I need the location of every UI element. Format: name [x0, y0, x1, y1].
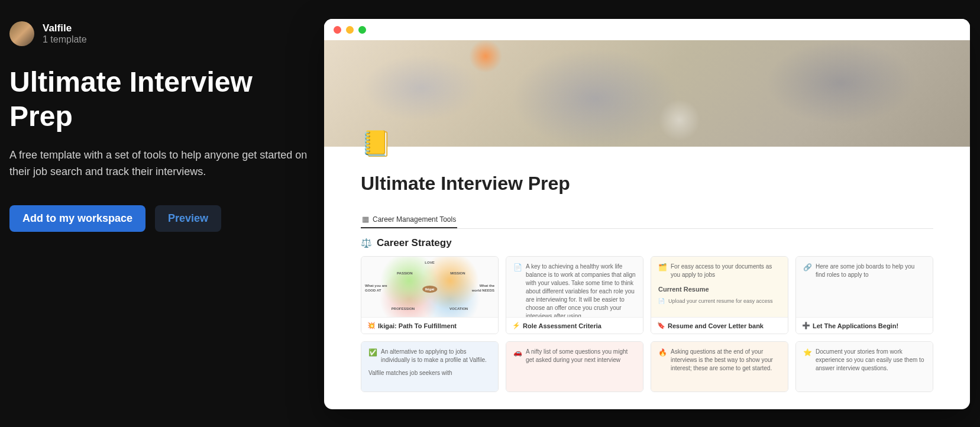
card-body-text: Here are some job boards to help you fin…: [816, 263, 926, 311]
ikigai-mission: MISSION: [450, 271, 465, 276]
window-close-icon[interactable]: [334, 26, 341, 34]
card-body-text: Asking questions at the end of your inte…: [671, 348, 781, 386]
upload-text: Upload your current resume for easy acce…: [668, 297, 773, 305]
card-ikigai[interactable]: LOVE PASSION MISSION What you are GOOD A…: [361, 256, 499, 334]
card-title: Let The Applications Begin!: [813, 322, 898, 329]
preview-window: 📒 Ultimate Interview Prep ▦ Career Manag…: [324, 19, 970, 409]
page-icon[interactable]: 📒: [361, 131, 392, 162]
ikigai-love: LOVE: [425, 260, 434, 265]
upload-icon: 📄: [658, 297, 665, 305]
card-body-text-2: Valfile matches job seekers with: [368, 369, 491, 377]
scale-icon: ⚖️: [361, 238, 372, 248]
bookmark-icon: 🔖: [657, 322, 665, 329]
author-subtitle: 1 template: [43, 34, 87, 45]
gallery-icon: ▦: [362, 215, 369, 224]
ikigai-passion: PASSION: [397, 271, 413, 276]
card-body-text: For easy access to your documents as you…: [671, 263, 781, 279]
doc-title: Ultimate Interview Prep: [361, 173, 933, 195]
check-icon: ✅: [368, 348, 377, 364]
author-name: Valfile: [43, 22, 87, 34]
collision-icon: 💥: [367, 322, 376, 329]
add-workspace-button[interactable]: Add to my workspace: [9, 205, 145, 232]
car-icon: 🚗: [513, 348, 522, 386]
ikigai-vocation: VOCATION: [449, 306, 468, 311]
fire-icon: 🔥: [658, 348, 667, 386]
ikigai-diagram: LOVE PASSION MISSION What you are GOOD A…: [361, 257, 498, 317]
card-stories[interactable]: ⭐ Document your stories from work experi…: [795, 341, 933, 392]
link-icon: 🔗: [803, 263, 812, 311]
section-title: Career Strategy: [377, 237, 452, 249]
card-resume-bank[interactable]: 🗂️ For easy access to your documents as …: [651, 256, 788, 334]
card-title: Role Assessment Criteria: [523, 322, 601, 329]
card-valfile-profile[interactable]: ✅ An alternative to applying to jobs ind…: [361, 341, 499, 392]
sub-section-label: Current Resume: [658, 285, 781, 294]
card-body-text: A nifty list of some questions you might…: [526, 348, 636, 386]
ikigai-profession: PROFESSION: [392, 306, 415, 311]
plus-icon: ➕: [802, 322, 810, 329]
card-applications[interactable]: 🔗 Here are some job boards to help you f…: [795, 256, 933, 334]
window-titlebar: [324, 19, 970, 40]
page-icon: 📄: [513, 263, 522, 311]
avatar[interactable]: [9, 21, 34, 46]
tab-career-tools[interactable]: ▦ Career Management Tools: [361, 211, 457, 228]
ikigai-center: Ikigai: [422, 286, 437, 293]
card-body-text: A key to achieving a healthy work life b…: [526, 263, 636, 311]
ikigai-goodat: What you are GOOD AT: [365, 283, 389, 293]
card-body-text: An alternative to applying to jobs indiv…: [381, 348, 491, 364]
star-icon: ⭐: [803, 348, 812, 386]
card-questions-asked[interactable]: 🚗 A nifty list of some questions you mig…: [506, 341, 643, 392]
lightning-icon: ⚡: [512, 322, 520, 329]
author-block[interactable]: Valfile 1 template: [9, 21, 315, 46]
card-title: Ikigai: Path To Fulfillment: [378, 322, 457, 329]
cover-image: [324, 40, 970, 147]
card-body-text: Document your stories from work experien…: [816, 348, 926, 386]
card-role-assessment[interactable]: 📄 A key to achieving a healthy work life…: [506, 256, 643, 334]
ikigai-needs: What the world NEEDS: [471, 283, 494, 293]
card-ask-questions[interactable]: 🔥 Asking questions at the end of your in…: [651, 341, 788, 392]
card-title: Resume and Cover Letter bank: [668, 322, 764, 329]
preview-button[interactable]: Preview: [155, 205, 221, 232]
page-title: Ultimate Interview Prep: [9, 65, 315, 133]
folder-icon: 🗂️: [658, 263, 667, 279]
window-maximize-icon[interactable]: [358, 26, 366, 34]
page-description: A free template with a set of tools to h…: [9, 147, 315, 180]
section-header: ⚖️ Career Strategy: [361, 237, 933, 249]
window-minimize-icon[interactable]: [346, 26, 354, 34]
tab-label: Career Management Tools: [373, 215, 456, 224]
tab-bar: ▦ Career Management Tools: [361, 211, 933, 229]
